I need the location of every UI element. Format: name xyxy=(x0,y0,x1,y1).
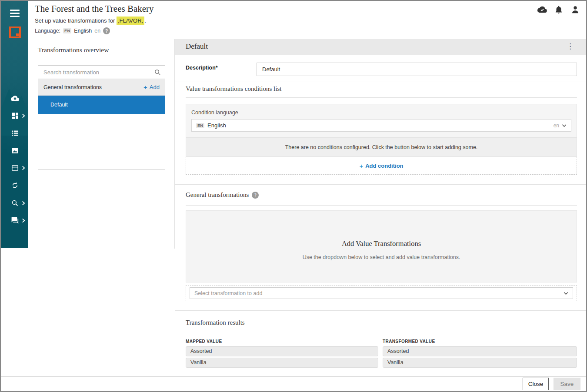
condition-language-select[interactable]: ENEnglish en xyxy=(191,119,571,132)
user-profile-icon[interactable] xyxy=(570,5,580,14)
sidebar-item-sync[interactable] xyxy=(1,177,28,195)
mapped-value-cell: Assorted xyxy=(186,346,378,356)
language-name: English xyxy=(74,28,92,34)
chevron-right-icon xyxy=(21,201,26,206)
sidebar-item-card[interactable] xyxy=(1,159,28,177)
overview-divider xyxy=(38,62,165,62)
page-subtitle: Set up value transformations for ,FLAVOR… xyxy=(35,17,146,24)
detail-panel: Default ⋮ Description* Value transformat… xyxy=(175,39,586,378)
chevron-right-icon xyxy=(21,218,26,223)
general-section-title: General transformations ? xyxy=(186,191,259,199)
description-label: Description* xyxy=(186,65,218,71)
left-sidebar xyxy=(1,1,28,248)
search-row xyxy=(38,66,165,79)
description-input[interactable] xyxy=(257,63,577,76)
kebab-menu-icon[interactable]: ⋮ xyxy=(567,42,574,51)
section-divider xyxy=(175,82,586,82)
add-condition-button[interactable]: +Add condition xyxy=(359,163,403,169)
empty-state-title: Add Value Transformations xyxy=(186,239,577,248)
chevron-right-icon xyxy=(21,113,26,118)
chevron-down-icon xyxy=(562,123,567,128)
save-button[interactable]: Save xyxy=(554,378,580,390)
select-transformation-dropdown[interactable]: Select transformation to add xyxy=(190,287,573,299)
language-code: en xyxy=(94,28,100,34)
transformed-value-cell: Vanilla xyxy=(383,358,577,368)
cloud-status-icon[interactable] xyxy=(537,5,547,14)
section-divider xyxy=(175,310,586,311)
general-title-rule xyxy=(186,205,577,206)
section-divider xyxy=(175,184,586,185)
transformations-list: General transformations +Add Default xyxy=(38,65,165,169)
transformed-value-cell: Assorted xyxy=(383,346,577,356)
plus-icon: + xyxy=(143,84,147,90)
sidebar-item-upload[interactable] xyxy=(1,90,28,107)
condition-language-value: English xyxy=(207,122,226,129)
detail-title: Default xyxy=(186,42,208,51)
group-label: General transformations xyxy=(43,84,102,90)
chevron-down-icon xyxy=(564,291,568,296)
conditions-card: Condition language ENEnglish en There ar… xyxy=(186,104,577,175)
search-icon[interactable] xyxy=(154,69,161,76)
detail-header-bar: Default ⋮ xyxy=(175,39,586,55)
footer-bar: Close Save xyxy=(1,376,586,391)
transformed-value-column-header: TRANSFORMED VALUE xyxy=(383,339,435,344)
header-actions xyxy=(537,5,580,14)
mapped-value-column-header: MAPPED VALUE xyxy=(186,339,222,344)
chat-icon xyxy=(11,216,19,225)
language-flag-badge: EN xyxy=(63,28,71,33)
help-icon[interactable]: ? xyxy=(252,192,259,199)
language-label: Language: xyxy=(35,28,60,34)
notifications-bell-icon[interactable] xyxy=(554,5,564,14)
media-image-icon xyxy=(11,146,19,155)
list-item-default-selected[interactable]: Default xyxy=(38,96,165,114)
language-row: Language: EN English en ? xyxy=(35,27,110,34)
apps-grid-icon xyxy=(11,112,19,120)
add-transformation-button[interactable]: +Add xyxy=(143,84,160,90)
help-icon[interactable]: ? xyxy=(103,27,110,34)
sync-icon xyxy=(11,181,19,189)
app-window: The Forest and the Trees Bakery Set up v… xyxy=(0,0,587,392)
conditions-empty-message: There are no conditions configured. Clic… xyxy=(186,138,577,157)
sidebar-item-apps[interactable] xyxy=(1,107,28,125)
sidebar-item-list[interactable] xyxy=(1,125,28,142)
page-title: The Forest and the Trees Bakery xyxy=(35,3,154,14)
plus-icon: + xyxy=(359,163,363,169)
close-button[interactable]: Close xyxy=(523,378,549,390)
transformations-empty-state: Add Value Transformations Use the dropdo… xyxy=(186,210,577,282)
conditions-section-title: Value transformations conditions list xyxy=(186,85,281,93)
condition-language-block: Condition language ENEnglish en xyxy=(186,104,577,138)
condition-language-code: en xyxy=(554,123,559,129)
chevron-right-icon xyxy=(21,166,26,170)
upload-cloud-icon xyxy=(11,94,19,103)
inriver-logo xyxy=(9,27,21,38)
list-icon xyxy=(11,129,19,137)
highlighted-field-name: ,FLAVOR, xyxy=(117,17,144,25)
group-row-general-transformations: General transformations +Add xyxy=(38,79,165,96)
results-title-rule xyxy=(186,334,577,334)
search-input[interactable] xyxy=(38,66,165,79)
sidebar-item-search[interactable] xyxy=(1,195,28,212)
hamburger-menu-icon[interactable] xyxy=(10,10,20,17)
sidebar-item-chat[interactable] xyxy=(1,212,28,229)
sidebar-item-media[interactable] xyxy=(1,142,28,159)
search-icon xyxy=(11,199,19,207)
top-header: The Forest and the Trees Bakery Set up v… xyxy=(28,1,586,39)
overview-panel-title: Transformations overview xyxy=(38,46,109,54)
sidebar-nav xyxy=(1,90,28,229)
condition-language-label: Condition language xyxy=(191,110,238,116)
add-condition-row: +Add condition xyxy=(186,157,577,175)
card-icon xyxy=(11,164,19,172)
select-transformation-container: Select transformation to add xyxy=(186,285,577,301)
empty-state-subtitle: Use the dropdown below to select and add… xyxy=(186,254,577,260)
mapped-value-cell: Vanilla xyxy=(186,358,378,368)
results-section-title: Transformation results xyxy=(186,319,245,326)
language-flag-badge: EN xyxy=(196,123,204,128)
select-placeholder: Select transformation to add xyxy=(194,290,262,296)
conditions-title-rule xyxy=(186,97,577,98)
